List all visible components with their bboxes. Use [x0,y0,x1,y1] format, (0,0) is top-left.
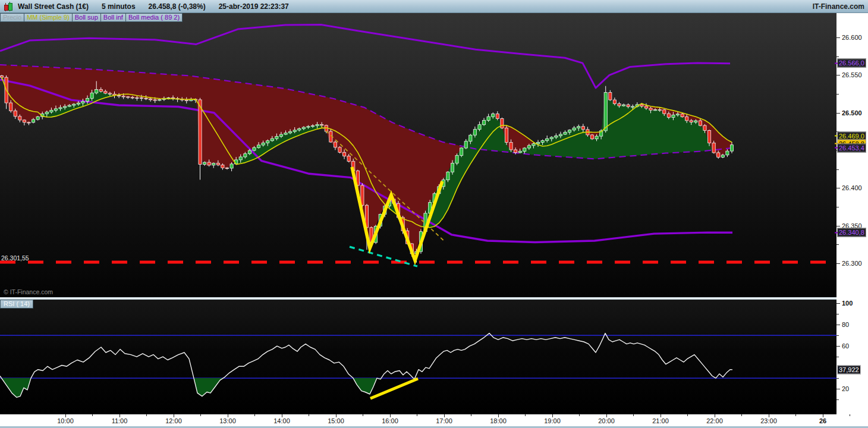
bearish-candle-body [703,125,706,130]
price-axis-tick [836,346,840,347]
time-axis-minor-tick [471,414,471,416]
time-axis-label: 18:00 [490,417,507,424]
price-chart-canvas[interactable] [0,13,836,297]
bearish-candle-body [667,114,670,117]
bullish-candle-body [654,110,657,111]
bearish-candle-body [108,93,111,94]
bearish-candle-body [149,99,152,100]
bullish-candle-body [487,117,490,120]
bullish-candle-body [244,154,247,157]
bullish-candle-body [50,110,53,112]
bullish-candle-body [90,93,93,98]
bullish-candle-body [546,139,549,140]
bearish-candle-body [14,111,17,117]
bullish-candle-body [460,148,463,156]
price-axis-tick [836,335,839,336]
bullish-candle-body [482,121,485,125]
chart-title-bar: Wall Street Cash (1€) 5 minutos 26.458,8… [0,0,868,13]
bearish-candle-body [27,122,30,123]
bullish-candle-body [473,130,476,136]
bearish-candle-body [627,105,630,106]
rsi-chart-canvas[interactable] [0,300,836,414]
bearish-candle-body [338,147,341,152]
price-axis[interactable]: 26.60026.55026.50026.40026.35026.30026.5… [836,13,868,414]
bearish-candle-body [699,121,702,125]
bullish-candle-body [492,114,495,117]
bearish-candle-body [99,89,102,91]
time-axis-minor-tick [850,414,850,416]
bullish-candle-body [77,103,80,104]
bullish-candle-body [555,136,558,137]
quote-timestamp: 25-abr-2019 22:23:37 [219,2,289,11]
time-axis-minor-tick [525,414,526,416]
time-axis-label: 17:00 [436,417,452,424]
bullish-candle-body [721,155,724,158]
bullish-candle-body [451,163,454,172]
bearish-candle-body [581,127,584,130]
time-axis-label: 26 [819,417,826,424]
rsi-value-badge: 37,922 [837,365,861,374]
time-axis-minor-tick [309,414,309,416]
bullish-candle-body [730,145,733,151]
price-axis-tick [836,303,840,304]
indicator-chip-precio[interactable]: Precio [0,13,24,22]
bullish-candle-body [158,99,161,100]
indicator-chip-mm-simple-9[interactable]: MM (Simple 9) [24,13,73,22]
bearish-candle-body [501,119,504,128]
time-axis-label: 21:00 [652,417,669,424]
price-axis-tick [836,113,840,114]
rsi-yellow-trendline[interactable] [370,379,418,398]
price-axis-tick [836,389,840,389]
bearish-candle-body [613,100,616,103]
bearish-candle-body [144,98,147,99]
indicator-chip-boll-sup[interactable]: Boll sup [73,13,101,22]
time-axis-label: 14:00 [273,417,290,424]
indicator-label-bar: PrecioMM (Simple 9)Boll supBoll infBoll … [0,13,183,21]
bearish-candle-body [514,150,517,153]
bullish-candle-body [464,141,467,148]
bullish-candle-body [595,136,598,139]
price-badge: 26.566,0 [837,59,866,68]
time-axis-minor-tick [254,414,255,416]
rsi-axis-label: 100 [842,300,853,307]
time-axis-label: 10:00 [57,417,74,424]
cyan-support-trendline[interactable] [350,247,417,266]
bearish-candle-body [712,143,715,152]
rsi-indicator-panel[interactable] [0,300,836,414]
bearish-candle-body [131,97,134,98]
rsi-indicator-label[interactable]: RSI ( 14) [0,300,33,309]
bearish-candle-body [225,168,228,168]
time-axis-minor-tick [200,414,201,416]
rsi-oversold-fill [2,378,32,397]
bearish-candle-body [334,142,336,147]
price-axis-tick [836,188,840,188]
bearish-candle-body [10,103,12,111]
bearish-candle-body [342,152,345,156]
bullish-candle-body [298,128,301,130]
bullish-candle-body [86,98,89,101]
bullish-candle-body [631,106,634,107]
time-axis-minor-tick [92,414,93,416]
candlestick-chart-icon [4,2,13,11]
main-price-chart[interactable] [0,13,836,297]
time-axis-minor-tick [579,414,580,416]
bullish-candle-body [45,112,48,114]
bearish-candle-body [590,135,593,139]
last-quote: 26.458,8 (-0,38%) [149,2,206,11]
bearish-candle-body [685,117,688,120]
bearish-candle-body [618,103,621,106]
bullish-candle-body [568,130,571,133]
time-axis[interactable]: 10:0011:0012:0013:0014:0015:0016:0017:00… [0,414,868,426]
bearish-candle-body [496,114,499,118]
indicator-chip-boll-media-89-2[interactable]: Boll media ( 89 2) [126,13,183,22]
time-axis-minor-tick [417,414,417,416]
price-axis-label: 26.400 [842,184,862,191]
price-axis-tick [836,378,839,379]
bullish-candle-body [68,105,71,106]
price-axis-label: 26.300 [842,260,862,267]
bearish-candle-body [140,97,143,98]
bearish-candle-body [658,110,661,111]
indicator-chip-boll-inf[interactable]: Boll inf [101,13,126,22]
bearish-candle-body [717,153,720,158]
bullish-candle-body [253,147,256,150]
